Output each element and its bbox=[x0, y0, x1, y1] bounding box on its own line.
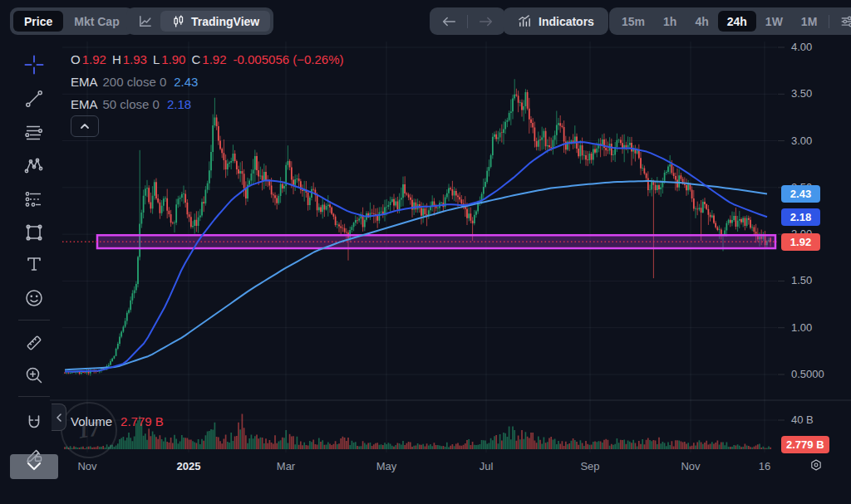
price-tick-label: 3.00 bbox=[791, 135, 844, 148]
time-tick-label: 16 bbox=[759, 460, 770, 472]
price-tick-label: 0.5000 bbox=[791, 368, 844, 381]
position-projection-icon bbox=[23, 188, 45, 210]
drawing-toolbar bbox=[0, 42, 52, 504]
volume-axis-label: 40 B bbox=[791, 413, 844, 427]
price-badge-2.18: 2.18 bbox=[781, 208, 820, 226]
chart-settings-button[interactable] bbox=[832, 11, 851, 32]
tool-xabcd-pattern[interactable] bbox=[23, 155, 45, 177]
time-tick-label: Mar bbox=[277, 460, 295, 472]
gear-icon bbox=[809, 455, 824, 475]
price-badge-1.92: 1.92 bbox=[781, 233, 820, 251]
change-value: -0.005056 (−0.26%) bbox=[234, 52, 344, 66]
price-mktcap-toggle: Price Mkt Cap bbox=[10, 7, 134, 35]
rectangle-icon bbox=[23, 222, 45, 243]
volume-settings-button[interactable] bbox=[804, 454, 829, 476]
top-toolbar: Price Mkt Cap TradingView Indicat bbox=[0, 0, 851, 42]
timeframe-selector: 15m1h4h24h1W1M bbox=[609, 7, 851, 35]
open-value: 1.92 bbox=[82, 52, 106, 66]
text-icon bbox=[23, 253, 45, 275]
fib-retracement-icon bbox=[23, 122, 45, 144]
timeframe-15m[interactable]: 15m bbox=[612, 11, 654, 32]
timeframe-1m[interactable]: 1M bbox=[792, 11, 826, 32]
line-chart-icon bbox=[137, 13, 153, 29]
indicators-button[interactable]: Indicators bbox=[506, 11, 605, 32]
tool-crosshair[interactable] bbox=[23, 54, 45, 76]
more-tools-button[interactable] bbox=[10, 454, 58, 479]
time-tick-label: Sep bbox=[580, 460, 599, 472]
volume-legend: Volume2.779 B bbox=[71, 414, 164, 428]
indicators-group: Indicators bbox=[503, 7, 608, 35]
zoom-in-icon bbox=[23, 365, 45, 386]
line-chart-button[interactable] bbox=[130, 11, 160, 32]
time-tick-label: 2025 bbox=[177, 460, 201, 472]
time-tick-label: Nov bbox=[77, 460, 96, 472]
ema200-legend: EMA200 close 02.43 bbox=[71, 75, 198, 89]
chevron-down-icon bbox=[25, 461, 43, 472]
tab-price[interactable]: Price bbox=[13, 11, 63, 32]
tradingview-button[interactable]: TradingView bbox=[160, 11, 270, 32]
magnet-icon bbox=[23, 413, 45, 434]
tool-fib-retracement[interactable] bbox=[23, 122, 45, 144]
crosshair-icon bbox=[23, 54, 45, 76]
collapse-legend-button[interactable] bbox=[71, 115, 99, 137]
ohlc-legend: O1.92H1.93L1.90C1.92-0.005056 (−0.26%) bbox=[71, 52, 344, 66]
chart-style-toggle: TradingView bbox=[126, 7, 273, 35]
history-nav bbox=[430, 7, 505, 35]
tool-trend-line[interactable] bbox=[23, 88, 45, 110]
sliders-icon bbox=[839, 14, 851, 29]
chevron-up-icon bbox=[79, 120, 91, 132]
emoji-icon bbox=[23, 287, 45, 309]
timeframe-24h[interactable]: 24h bbox=[718, 11, 756, 32]
volume-label: Volume bbox=[71, 414, 112, 428]
sidebar-divider bbox=[18, 320, 50, 321]
price-tick-label: 4.00 bbox=[791, 41, 844, 54]
timeframe-1h[interactable]: 1h bbox=[654, 11, 686, 32]
sidebar-divider bbox=[18, 396, 50, 397]
low-value: 1.90 bbox=[161, 52, 185, 66]
ruler-icon bbox=[23, 332, 45, 354]
indicators-icon bbox=[517, 14, 533, 28]
collapse-sidebar-handle[interactable] bbox=[52, 404, 66, 431]
price-tick-label: 3.50 bbox=[791, 87, 844, 100]
arrow-left-icon bbox=[440, 15, 457, 28]
chevron-left-icon bbox=[56, 413, 62, 422]
tool-emoji[interactable] bbox=[23, 287, 45, 309]
timeframe-1w[interactable]: 1W bbox=[756, 11, 792, 32]
timeframe-4h[interactable]: 4h bbox=[686, 11, 717, 32]
open-label: O bbox=[71, 52, 81, 66]
tool-magnet[interactable] bbox=[23, 413, 45, 434]
tool-rectangle[interactable] bbox=[23, 222, 45, 243]
toolbar-divider bbox=[829, 15, 829, 28]
tool-position-projection[interactable] bbox=[23, 188, 45, 210]
time-tick-label: Nov bbox=[681, 460, 700, 472]
ema50-legend: EMA50 close 02.18 bbox=[71, 97, 191, 111]
arrow-right-icon bbox=[478, 15, 494, 28]
forward-arrow-button[interactable] bbox=[470, 11, 502, 32]
price-tick-label: 1.00 bbox=[791, 321, 844, 335]
high-label: H bbox=[112, 52, 121, 66]
candlestick-icon bbox=[171, 14, 185, 29]
time-tick-label: May bbox=[376, 460, 397, 472]
toolbar-divider bbox=[467, 15, 468, 28]
low-label: L bbox=[153, 52, 160, 66]
tool-ruler[interactable] bbox=[23, 332, 45, 354]
ema200-value: 2.43 bbox=[174, 75, 198, 89]
volume-badge: 2.779 B bbox=[781, 436, 829, 453]
close-label: C bbox=[191, 52, 200, 66]
price-tick-label: 1.50 bbox=[791, 274, 844, 287]
chart-app: 17 O1.92H1.93L1.90C1.92-0.005056 (−0.26%… bbox=[0, 0, 851, 504]
volume-value: 2.779 B bbox=[121, 414, 164, 428]
time-tick-label: Jul bbox=[480, 460, 494, 472]
high-value: 1.93 bbox=[123, 52, 147, 66]
ema50-value: 2.18 bbox=[167, 97, 191, 111]
tool-zoom-in[interactable] bbox=[23, 365, 45, 386]
tool-text[interactable] bbox=[23, 253, 45, 275]
close-value: 1.92 bbox=[202, 52, 226, 66]
trend-line-icon bbox=[23, 88, 45, 110]
back-arrow-button[interactable] bbox=[433, 11, 465, 32]
price-badge-2.43: 2.43 bbox=[781, 185, 820, 203]
tab-mkt-cap[interactable]: Mkt Cap bbox=[63, 11, 130, 32]
xabcd-pattern-icon bbox=[23, 155, 45, 177]
